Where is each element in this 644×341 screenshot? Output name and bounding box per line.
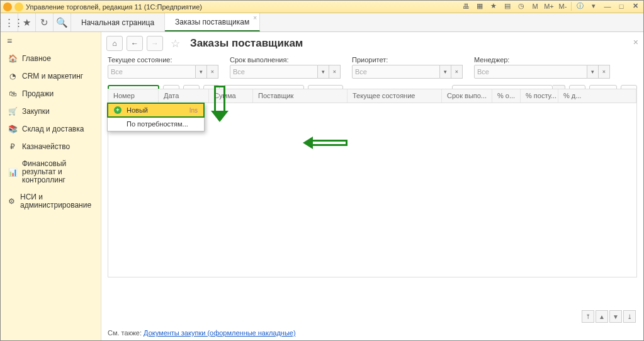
- filter-state-input[interactable]: [108, 65, 196, 79]
- filter-priority-input[interactable]: [352, 65, 440, 79]
- window-maximize[interactable]: □: [616, 1, 627, 11]
- clear-icon[interactable]: ×: [451, 65, 463, 79]
- grid-nav-up[interactable]: ▲: [596, 310, 608, 323]
- window-close[interactable]: ✕: [630, 1, 641, 11]
- ruble-icon: ₽: [8, 142, 17, 151]
- tb-clock-icon[interactable]: ◷: [516, 1, 527, 11]
- grid-header: Номер Дата Сумма Поставщик Текущее состо…: [108, 89, 636, 103]
- filter-priority-label: Приоритет:: [352, 56, 463, 64]
- page-title: Заказы поставщикам: [190, 37, 303, 50]
- search-icon[interactable]: 🔍: [54, 13, 71, 31]
- pie-icon: ◔: [8, 72, 17, 81]
- filter-manager-label: Менеджер:: [474, 56, 610, 64]
- page-close-icon[interactable]: ×: [633, 37, 638, 47]
- clear-icon[interactable]: ×: [599, 65, 610, 79]
- create-by-needs-item[interactable]: По потребностям...: [108, 117, 204, 131]
- shortcut-hint: Ins: [189, 107, 198, 114]
- gear-icon: ⚙: [8, 197, 15, 206]
- plus-icon: +: [114, 106, 121, 114]
- see-also-link[interactable]: Документы закупки (оформленные накладные…: [144, 329, 296, 337]
- sidebar-item-treasury[interactable]: ₽Казначейство: [1, 138, 101, 155]
- tab-close-icon[interactable]: ×: [253, 14, 257, 21]
- sidebar-item-crm[interactable]: ◔CRM и маркетинг: [1, 67, 101, 85]
- forward-button[interactable]: →: [147, 36, 163, 51]
- tb-grid-icon[interactable]: ▦: [474, 1, 485, 11]
- window-minimize[interactable]: —: [602, 1, 613, 11]
- tb-info-icon[interactable]: ⓘ: [574, 1, 585, 11]
- chevron-down-icon[interactable]: ▾: [318, 65, 329, 79]
- sidebar-item-finance[interactable]: 📊Финансовый результат и контроллинг: [1, 155, 101, 189]
- sidebar-item-main[interactable]: 🏠Главное: [1, 50, 101, 67]
- tb-chevron-down-icon[interactable]: ▾: [588, 1, 599, 11]
- column-deadline[interactable]: Срок выпо...: [442, 89, 492, 103]
- filter-bar: Текущее состояние: ▾ × Срок выполнения: …: [101, 53, 643, 82]
- app-icon: [3, 3, 12, 11]
- tab-start-page[interactable]: Начальная страница: [71, 13, 165, 31]
- bag-icon: 🛍: [8, 89, 17, 98]
- tb-m[interactable]: M: [529, 1, 541, 11]
- filter-state-label: Текущее состояние:: [108, 56, 218, 64]
- home-button[interactable]: ⌂: [106, 36, 123, 51]
- filter-deadline-label: Срок выполнения:: [230, 56, 341, 64]
- app-icon-2: [14, 3, 23, 11]
- sidebar-toggle-icon[interactable]: ≡: [1, 32, 101, 50]
- chevron-down-icon[interactable]: ▾: [587, 65, 599, 79]
- grid-nav: ⤒ ▲ ▼ ⤓: [582, 310, 636, 323]
- clear-icon[interactable]: ×: [329, 65, 341, 79]
- column-supplier[interactable]: Поставщик: [253, 89, 347, 103]
- create-dropdown: + Новый Ins По потребностям...: [107, 103, 205, 131]
- column-state[interactable]: Текущее состояние: [347, 89, 442, 103]
- cart-icon: 🛒: [8, 107, 17, 116]
- column-sum[interactable]: Сумма: [209, 89, 253, 103]
- sidebar: ≡ 🏠Главное ◔CRM и маркетинг 🛍Продажи 🛒За…: [1, 32, 101, 340]
- column-date[interactable]: Дата: [159, 89, 209, 103]
- apps-icon[interactable]: ⋮⋮⋮: [1, 13, 18, 31]
- tab-supplier-orders[interactable]: Заказы поставщикам×: [165, 13, 260, 31]
- column-number[interactable]: Номер: [108, 89, 159, 103]
- history-icon[interactable]: ↻: [36, 13, 54, 31]
- content: × ⌂ ← → ☆ Заказы поставщикам Текущее сос…: [101, 32, 643, 340]
- favorite-toggle-icon[interactable]: ☆: [171, 37, 180, 50]
- tb-mplus[interactable]: M+: [543, 1, 555, 11]
- back-button[interactable]: ←: [127, 36, 143, 51]
- favorite-icon[interactable]: ★: [18, 13, 36, 31]
- grid-nav-down[interactable]: ▼: [609, 310, 622, 323]
- home-icon: 🏠: [8, 54, 17, 63]
- column-pct-o[interactable]: % о...: [492, 89, 521, 103]
- column-pct-d[interactable]: % д...: [558, 89, 636, 103]
- sidebar-item-sales[interactable]: 🛍Продажи: [1, 85, 101, 103]
- tb-calc-icon[interactable]: ▤: [502, 1, 513, 11]
- chevron-down-icon[interactable]: ▾: [440, 65, 451, 79]
- tb-mminus[interactable]: M-: [557, 1, 568, 11]
- clear-icon[interactable]: ×: [207, 65, 218, 79]
- grid-nav-bottom[interactable]: ⤓: [623, 310, 636, 323]
- filter-deadline-input[interactable]: [230, 65, 318, 79]
- stack-icon: 📚: [8, 125, 17, 133]
- sidebar-item-admin[interactable]: ⚙НСИ и администрирование: [1, 189, 101, 214]
- grid-nav-top[interactable]: ⤒: [582, 310, 594, 323]
- tb-star-icon[interactable]: ★: [488, 1, 499, 11]
- sidebar-item-warehouse[interactable]: 📚Склад и доставка: [1, 120, 101, 138]
- column-pct-post[interactable]: % посту...: [521, 89, 558, 103]
- create-new-item[interactable]: + Новый Ins: [107, 103, 205, 118]
- filter-manager-input[interactable]: [474, 65, 587, 79]
- global-toolbar: ⋮⋮⋮ ★ ↻ 🔍 Начальная страница Заказы пост…: [1, 13, 643, 32]
- tb-print-icon[interactable]: 🖶: [460, 1, 472, 11]
- sidebar-item-purchases[interactable]: 🛒Закупки: [1, 103, 101, 120]
- bars-icon: 📊: [8, 168, 17, 177]
- app-title: Управление торговлей, редакция 11 (1С:Пр…: [26, 3, 202, 11]
- chevron-down-icon[interactable]: ▾: [196, 65, 207, 79]
- see-also: См. также: Документы закупки (оформленны…: [108, 329, 296, 337]
- titlebar: Управление торговлей, редакция 11 (1С:Пр…: [1, 1, 643, 13]
